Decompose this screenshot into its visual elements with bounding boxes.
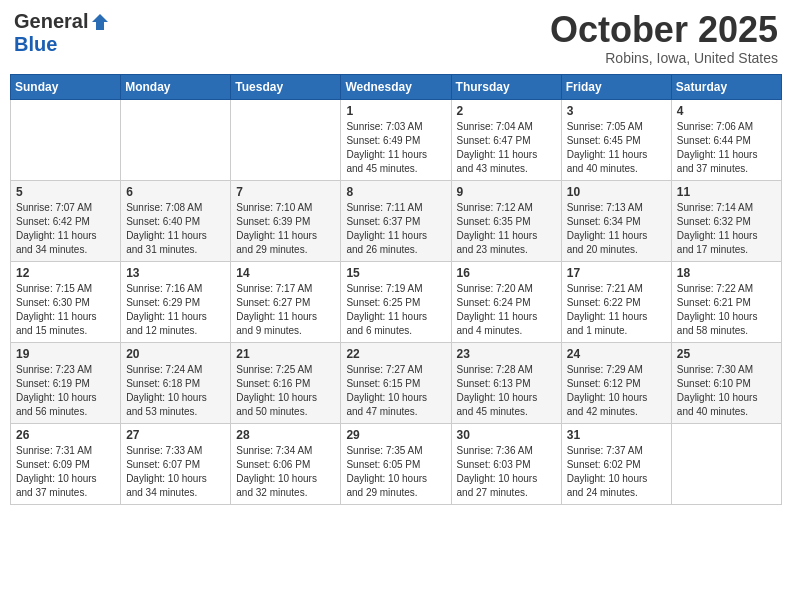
calendar-cell: 3Sunrise: 7:05 AM Sunset: 6:45 PM Daylig… [561,99,671,180]
day-info: Sunrise: 7:31 AM Sunset: 6:09 PM Dayligh… [16,444,115,500]
day-info: Sunrise: 7:11 AM Sunset: 6:37 PM Dayligh… [346,201,445,257]
week-row-3: 12Sunrise: 7:15 AM Sunset: 6:30 PM Dayli… [11,261,782,342]
calendar-cell: 22Sunrise: 7:27 AM Sunset: 6:15 PM Dayli… [341,342,451,423]
day-number: 3 [567,104,666,118]
day-number: 10 [567,185,666,199]
day-number: 1 [346,104,445,118]
day-info: Sunrise: 7:14 AM Sunset: 6:32 PM Dayligh… [677,201,776,257]
day-number: 27 [126,428,225,442]
day-info: Sunrise: 7:34 AM Sunset: 6:06 PM Dayligh… [236,444,335,500]
day-number: 7 [236,185,335,199]
day-info: Sunrise: 7:28 AM Sunset: 6:13 PM Dayligh… [457,363,556,419]
day-number: 19 [16,347,115,361]
calendar-cell: 16Sunrise: 7:20 AM Sunset: 6:24 PM Dayli… [451,261,561,342]
day-info: Sunrise: 7:15 AM Sunset: 6:30 PM Dayligh… [16,282,115,338]
calendar-cell: 12Sunrise: 7:15 AM Sunset: 6:30 PM Dayli… [11,261,121,342]
calendar-cell: 11Sunrise: 7:14 AM Sunset: 6:32 PM Dayli… [671,180,781,261]
day-info: Sunrise: 7:20 AM Sunset: 6:24 PM Dayligh… [457,282,556,338]
calendar-cell: 2Sunrise: 7:04 AM Sunset: 6:47 PM Daylig… [451,99,561,180]
week-row-5: 26Sunrise: 7:31 AM Sunset: 6:09 PM Dayli… [11,423,782,504]
day-info: Sunrise: 7:13 AM Sunset: 6:34 PM Dayligh… [567,201,666,257]
day-number: 23 [457,347,556,361]
calendar-cell: 28Sunrise: 7:34 AM Sunset: 6:06 PM Dayli… [231,423,341,504]
weekday-header-row: SundayMondayTuesdayWednesdayThursdayFrid… [11,74,782,99]
day-info: Sunrise: 7:12 AM Sunset: 6:35 PM Dayligh… [457,201,556,257]
calendar-cell [231,99,341,180]
day-number: 30 [457,428,556,442]
day-info: Sunrise: 7:03 AM Sunset: 6:49 PM Dayligh… [346,120,445,176]
day-number: 13 [126,266,225,280]
day-number: 15 [346,266,445,280]
day-info: Sunrise: 7:05 AM Sunset: 6:45 PM Dayligh… [567,120,666,176]
day-number: 14 [236,266,335,280]
day-info: Sunrise: 7:36 AM Sunset: 6:03 PM Dayligh… [457,444,556,500]
day-number: 21 [236,347,335,361]
calendar: SundayMondayTuesdayWednesdayThursdayFrid… [10,74,782,505]
calendar-cell: 13Sunrise: 7:16 AM Sunset: 6:29 PM Dayli… [121,261,231,342]
logo-general: General [14,10,88,33]
day-number: 29 [346,428,445,442]
calendar-cell: 26Sunrise: 7:31 AM Sunset: 6:09 PM Dayli… [11,423,121,504]
calendar-cell: 29Sunrise: 7:35 AM Sunset: 6:05 PM Dayli… [341,423,451,504]
day-info: Sunrise: 7:33 AM Sunset: 6:07 PM Dayligh… [126,444,225,500]
logo: General Blue [14,10,110,56]
calendar-cell: 24Sunrise: 7:29 AM Sunset: 6:12 PM Dayli… [561,342,671,423]
calendar-cell: 21Sunrise: 7:25 AM Sunset: 6:16 PM Dayli… [231,342,341,423]
day-info: Sunrise: 7:21 AM Sunset: 6:22 PM Dayligh… [567,282,666,338]
day-number: 25 [677,347,776,361]
day-number: 22 [346,347,445,361]
svg-marker-0 [92,14,108,30]
day-info: Sunrise: 7:10 AM Sunset: 6:39 PM Dayligh… [236,201,335,257]
day-info: Sunrise: 7:29 AM Sunset: 6:12 PM Dayligh… [567,363,666,419]
day-number: 5 [16,185,115,199]
day-number: 17 [567,266,666,280]
month-title: October 2025 [550,10,778,50]
calendar-cell [671,423,781,504]
day-info: Sunrise: 7:30 AM Sunset: 6:10 PM Dayligh… [677,363,776,419]
calendar-cell: 17Sunrise: 7:21 AM Sunset: 6:22 PM Dayli… [561,261,671,342]
day-info: Sunrise: 7:16 AM Sunset: 6:29 PM Dayligh… [126,282,225,338]
calendar-cell: 7Sunrise: 7:10 AM Sunset: 6:39 PM Daylig… [231,180,341,261]
week-row-4: 19Sunrise: 7:23 AM Sunset: 6:19 PM Dayli… [11,342,782,423]
title-section: October 2025 Robins, Iowa, United States [550,10,778,66]
calendar-cell: 15Sunrise: 7:19 AM Sunset: 6:25 PM Dayli… [341,261,451,342]
day-number: 24 [567,347,666,361]
day-info: Sunrise: 7:07 AM Sunset: 6:42 PM Dayligh… [16,201,115,257]
logo-icon [90,12,110,32]
calendar-cell: 19Sunrise: 7:23 AM Sunset: 6:19 PM Dayli… [11,342,121,423]
day-info: Sunrise: 7:24 AM Sunset: 6:18 PM Dayligh… [126,363,225,419]
calendar-cell: 27Sunrise: 7:33 AM Sunset: 6:07 PM Dayli… [121,423,231,504]
day-info: Sunrise: 7:25 AM Sunset: 6:16 PM Dayligh… [236,363,335,419]
calendar-cell: 8Sunrise: 7:11 AM Sunset: 6:37 PM Daylig… [341,180,451,261]
calendar-cell: 23Sunrise: 7:28 AM Sunset: 6:13 PM Dayli… [451,342,561,423]
day-number: 2 [457,104,556,118]
calendar-cell: 4Sunrise: 7:06 AM Sunset: 6:44 PM Daylig… [671,99,781,180]
day-number: 28 [236,428,335,442]
logo-blue: Blue [14,33,57,56]
calendar-cell: 1Sunrise: 7:03 AM Sunset: 6:49 PM Daylig… [341,99,451,180]
day-number: 9 [457,185,556,199]
weekday-header-sunday: Sunday [11,74,121,99]
calendar-cell: 6Sunrise: 7:08 AM Sunset: 6:40 PM Daylig… [121,180,231,261]
calendar-cell [121,99,231,180]
day-info: Sunrise: 7:35 AM Sunset: 6:05 PM Dayligh… [346,444,445,500]
weekday-header-tuesday: Tuesday [231,74,341,99]
day-number: 18 [677,266,776,280]
week-row-1: 1Sunrise: 7:03 AM Sunset: 6:49 PM Daylig… [11,99,782,180]
weekday-header-thursday: Thursday [451,74,561,99]
day-info: Sunrise: 7:06 AM Sunset: 6:44 PM Dayligh… [677,120,776,176]
calendar-cell: 10Sunrise: 7:13 AM Sunset: 6:34 PM Dayli… [561,180,671,261]
calendar-cell: 14Sunrise: 7:17 AM Sunset: 6:27 PM Dayli… [231,261,341,342]
calendar-cell: 31Sunrise: 7:37 AM Sunset: 6:02 PM Dayli… [561,423,671,504]
weekday-header-wednesday: Wednesday [341,74,451,99]
weekday-header-friday: Friday [561,74,671,99]
calendar-cell: 18Sunrise: 7:22 AM Sunset: 6:21 PM Dayli… [671,261,781,342]
calendar-cell: 9Sunrise: 7:12 AM Sunset: 6:35 PM Daylig… [451,180,561,261]
day-info: Sunrise: 7:37 AM Sunset: 6:02 PM Dayligh… [567,444,666,500]
day-info: Sunrise: 7:22 AM Sunset: 6:21 PM Dayligh… [677,282,776,338]
day-info: Sunrise: 7:19 AM Sunset: 6:25 PM Dayligh… [346,282,445,338]
day-number: 11 [677,185,776,199]
day-number: 12 [16,266,115,280]
weekday-header-saturday: Saturday [671,74,781,99]
day-number: 20 [126,347,225,361]
